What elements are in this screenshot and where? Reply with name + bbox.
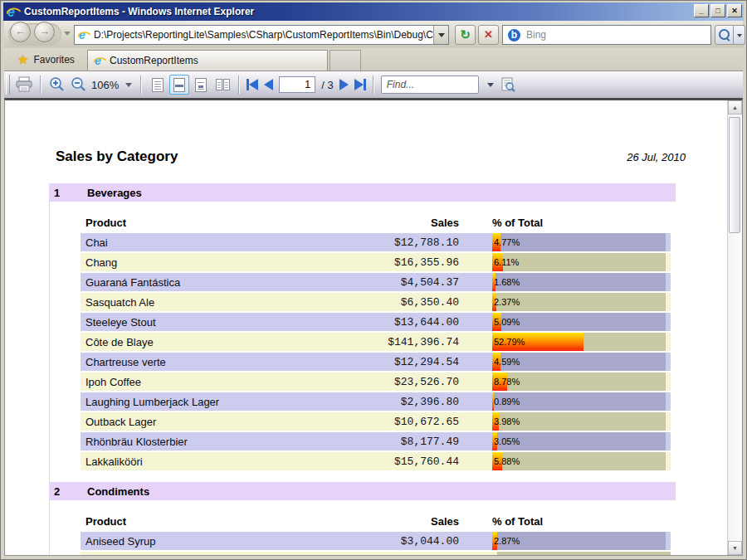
col-product: Product bbox=[81, 217, 363, 229]
pct-bar-track: 8.78% bbox=[492, 373, 666, 391]
pct-bar-track: 5.88% bbox=[492, 452, 666, 470]
zoom-dropdown-icon[interactable] bbox=[125, 83, 132, 87]
back-button[interactable]: ← bbox=[10, 22, 31, 42]
navigation-bar: ← → e D:\Projects\ReportingLite\Samples\… bbox=[4, 21, 743, 48]
pct-label: 4.77% bbox=[494, 233, 520, 251]
svg-text:e: e bbox=[95, 55, 101, 67]
page-number-input[interactable]: 1 bbox=[279, 76, 315, 93]
close-button[interactable]: ✕ bbox=[727, 4, 742, 17]
find-input[interactable] bbox=[382, 79, 478, 90]
title-bar[interactable]: e CustomReportItems - Windows Internet E… bbox=[3, 2, 744, 21]
bing-logo-icon: b bbox=[508, 29, 520, 41]
table-row: Laughing Lumberjack Lager $2,396.80 0.89… bbox=[81, 392, 671, 411]
toolbar-grip bbox=[6, 75, 10, 95]
product-cell: Aniseed Syrup bbox=[81, 535, 363, 548]
maximize-button[interactable]: □ bbox=[710, 4, 725, 17]
favorites-label: Favorites bbox=[33, 54, 74, 66]
scroll-down-button[interactable]: ▼ bbox=[728, 541, 742, 555]
pct-label: 2.37% bbox=[494, 293, 520, 311]
search-box[interactable]: b bbox=[502, 25, 711, 45]
fit-width-view-button[interactable] bbox=[169, 75, 189, 95]
col-pct: % of Total bbox=[492, 217, 666, 229]
find-box[interactable] bbox=[381, 75, 479, 94]
svg-text:e: e bbox=[7, 5, 15, 19]
product-cell: Sasquatch Ale bbox=[81, 296, 363, 309]
pct-bar-track: 3.98% bbox=[492, 412, 666, 431]
ie-logo-icon: e bbox=[7, 5, 21, 19]
pct-label: 3.05% bbox=[494, 432, 520, 450]
favorites-star-icon: ★ bbox=[17, 52, 28, 67]
report-title: Sales by Category bbox=[56, 149, 178, 165]
report-section: 1 Beverages Product Sales % of Total Cha… bbox=[49, 183, 676, 470]
zoom-out-button[interactable] bbox=[68, 74, 90, 95]
find-dropdown-icon[interactable] bbox=[487, 83, 494, 87]
table-row: Côte de Blaye $141,396.74 52.79% bbox=[81, 333, 671, 351]
table-row: Guaraná Fantástica $4,504.37 1.68% bbox=[81, 273, 671, 291]
table-row: Rhönbräu Klosterbier $8,177.49 3.05% bbox=[81, 432, 671, 450]
product-cell: Guaraná Fantástica bbox=[81, 276, 363, 289]
address-dropdown-icon[interactable] bbox=[433, 26, 448, 44]
pct-bar-track: 5.09% bbox=[492, 313, 666, 331]
scrollbar-thumb[interactable] bbox=[729, 117, 740, 233]
forward-button[interactable]: → bbox=[34, 22, 55, 42]
new-tab-button[interactable] bbox=[330, 50, 361, 71]
pct-bar-track: 6.11% bbox=[492, 253, 666, 271]
refresh-button[interactable]: ↻ bbox=[455, 25, 476, 45]
favorites-button[interactable]: ★ Favorites bbox=[17, 52, 75, 67]
pct-bar-track: 2.37% bbox=[492, 293, 666, 311]
sales-cell: $10,672.65 bbox=[363, 416, 459, 428]
toolbar-separator bbox=[140, 75, 142, 94]
pct-bar-track: 52.79% bbox=[492, 333, 666, 351]
table-row: Outback Lager $10,672.65 3.98% bbox=[81, 412, 671, 431]
report-section: 2 Condiments Product Sales % of Total An… bbox=[49, 482, 676, 555]
toolbar-separator bbox=[373, 75, 374, 94]
table-row: Sasquatch Ale $6,350.40 2.37% bbox=[81, 293, 671, 311]
pct-bar-track: 2.87% bbox=[492, 532, 666, 550]
favorites-bar: ★ Favorites e CustomReportItems bbox=[4, 48, 743, 71]
product-cell: Ipoh Coffee bbox=[81, 376, 363, 388]
search-icon bbox=[719, 29, 730, 40]
last-page-button[interactable] bbox=[354, 79, 366, 90]
svg-text:e: e bbox=[79, 29, 85, 41]
sales-cell: $12,294.54 bbox=[363, 356, 459, 368]
section-rows: Chai $12,788.10 4.77% Chang $16,355.96 6… bbox=[81, 233, 671, 470]
find-next-button[interactable] bbox=[497, 74, 519, 95]
pct-bar-track: 4.77% bbox=[492, 233, 666, 251]
sales-cell: $141,396.74 bbox=[363, 336, 459, 348]
search-input[interactable] bbox=[525, 28, 710, 41]
browser-window: e CustomReportItems - Windows Internet E… bbox=[0, 0, 747, 560]
pct-bar-track: 0.89% bbox=[492, 392, 666, 411]
sales-cell: $16,355.96 bbox=[363, 256, 459, 269]
product-cell: Rhönbräu Klosterbier bbox=[81, 436, 363, 448]
stop-button[interactable]: ✕ bbox=[478, 25, 499, 45]
fit-page-view-button[interactable] bbox=[191, 75, 211, 95]
product-cell: Steeleye Stout bbox=[81, 316, 363, 329]
print-button[interactable] bbox=[13, 74, 35, 95]
next-page-button[interactable] bbox=[339, 79, 349, 90]
facing-pages-view-button[interactable] bbox=[212, 75, 232, 95]
search-button[interactable] bbox=[715, 25, 734, 45]
section-title: Beverages bbox=[87, 187, 142, 199]
sales-cell: $6,350.40 bbox=[363, 296, 459, 309]
minimize-button[interactable]: _ bbox=[694, 4, 709, 17]
continuous-view-button[interactable] bbox=[148, 75, 168, 95]
col-pct: % of Total bbox=[492, 515, 666, 528]
tab-customreportitems[interactable]: e CustomReportItems bbox=[87, 50, 328, 71]
pct-label: 5.88% bbox=[494, 452, 520, 470]
table-row: Ipoh Coffee $23,526.70 8.78% bbox=[81, 373, 671, 391]
pct-label: 8.78% bbox=[494, 373, 520, 391]
pct-bar-track: 3.05% bbox=[492, 432, 666, 450]
col-sales: Sales bbox=[363, 515, 459, 528]
zoom-in-button[interactable] bbox=[46, 74, 68, 95]
vertical-scrollbar[interactable]: ▲ ▼ bbox=[727, 100, 742, 555]
address-bar[interactable]: e D:\Projects\ReportingLite\Samples\CSha… bbox=[74, 25, 449, 45]
first-page-button[interactable] bbox=[247, 79, 258, 90]
report-sections: 1 Beverages Product Sales % of Total Cha… bbox=[10, 183, 714, 555]
product-cell: Lakkalikööri bbox=[81, 455, 363, 468]
previous-page-button[interactable] bbox=[264, 79, 273, 90]
search-options-dropdown-icon[interactable] bbox=[734, 25, 745, 45]
scroll-up-button[interactable]: ▲ bbox=[728, 100, 742, 114]
history-dropdown-icon[interactable] bbox=[64, 32, 71, 36]
sales-cell: $2,396.80 bbox=[363, 396, 459, 408]
window-title: CustomReportItems - Windows Internet Exp… bbox=[24, 6, 254, 17]
